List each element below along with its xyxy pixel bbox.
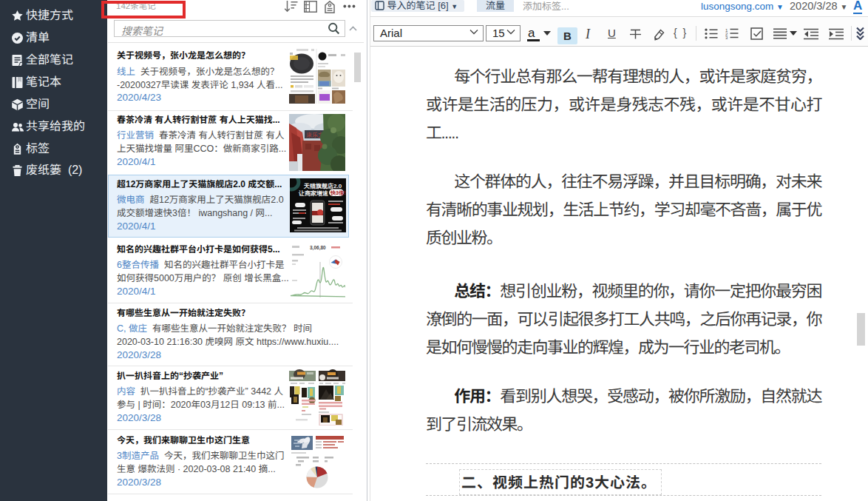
svg-text:天猫旗舰店2.0: 天猫旗舰店2.0 (303, 182, 342, 189)
svg-text:让商家增速: 让商家增速 (298, 189, 328, 197)
svg-text:3: 3 (725, 36, 728, 39)
svg-text:3,06,80: 3,06,80 (310, 245, 326, 251)
svg-text:快3倍!: 快3倍! (330, 189, 345, 196)
